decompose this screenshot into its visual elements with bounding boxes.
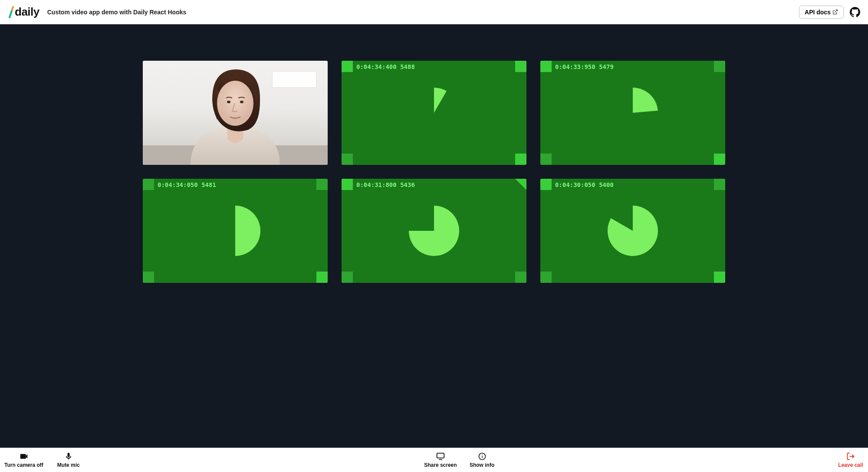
- corner-marker: [515, 272, 526, 283]
- leave-icon: [846, 452, 855, 461]
- clock-wedge: [408, 205, 460, 257]
- tray-center: Share screen Show info: [82, 452, 838, 468]
- video-timestamp: 0:04:34:400 5488: [356, 63, 415, 70]
- svg-point-2: [227, 101, 230, 103]
- github-icon: [850, 7, 860, 17]
- corner-marker: [342, 272, 353, 283]
- corner-marker: [143, 179, 154, 190]
- show-info-label: Show info: [470, 462, 494, 468]
- clock-wedge: [607, 205, 659, 257]
- video-icon: [19, 452, 29, 461]
- external-link-icon: [832, 9, 838, 15]
- corner-marker: [540, 179, 552, 190]
- corner-marker: [342, 179, 353, 190]
- video-stage: 0:04:34:400 5488 0:04:33:950 5479 0:04:3…: [0, 24, 868, 448]
- slash-icon: [8, 6, 15, 18]
- video-grid: 0:04:34:400 5488 0:04:33:950 5479 0:04:3…: [143, 24, 725, 448]
- corner-marker: [540, 154, 552, 165]
- clock-wedge: [209, 205, 261, 257]
- share-screen-button[interactable]: Share screen: [424, 452, 457, 468]
- corner-marker: [342, 154, 353, 165]
- app-header: daily Custom video app demo with Daily R…: [0, 0, 868, 24]
- api-docs-label: API docs: [805, 9, 831, 16]
- info-icon: [478, 452, 487, 461]
- github-link[interactable]: [850, 7, 860, 17]
- corner-marker: [714, 61, 725, 72]
- call-tray: Turn camera off Mute mic Share screen Sh…: [0, 448, 868, 472]
- corner-marker: [714, 272, 725, 283]
- brand-logo: daily: [8, 5, 39, 19]
- tray-left: Turn camera off Mute mic: [4, 452, 82, 468]
- clock-wedge: [607, 87, 659, 139]
- toggle-camera-label: Turn camera off: [4, 462, 43, 468]
- corner-marker: [714, 154, 725, 165]
- corner-marker: [540, 272, 552, 283]
- video-timestamp: 0:04:34:050 5481: [158, 181, 216, 188]
- leave-call-label: Leave call: [838, 462, 863, 468]
- tray-right: Leave call: [838, 452, 864, 468]
- corner-marker: [515, 154, 526, 165]
- corner-marker: [515, 61, 526, 72]
- corner-marker: [316, 272, 328, 283]
- local-video-tile[interactable]: [143, 61, 328, 165]
- svg-rect-4: [437, 453, 444, 458]
- participant-video-tile[interactable]: 0:04:34:050 5481: [143, 179, 328, 283]
- brand-name: daily: [15, 5, 39, 19]
- toggle-camera-button[interactable]: Turn camera off: [4, 452, 43, 468]
- participant-video-tile[interactable]: 0:04:31:800 5436: [342, 179, 526, 283]
- corner-marker: [316, 179, 328, 190]
- corner-marker: [540, 61, 552, 72]
- leave-call-button[interactable]: Leave call: [838, 452, 864, 468]
- video-timestamp: 0:04:31:800 5436: [356, 181, 415, 188]
- corner-marker: [143, 272, 154, 283]
- svg-point-1: [217, 81, 253, 126]
- svg-point-3: [240, 101, 243, 103]
- video-timestamp: 0:04:33:950 5479: [555, 63, 614, 70]
- toggle-mic-label: Mute mic: [57, 462, 80, 468]
- microphone-icon: [64, 452, 73, 461]
- clock-wedge: [408, 87, 460, 139]
- corner-marker: [515, 179, 526, 190]
- video-timestamp: 0:04:30:050 5400: [555, 181, 614, 188]
- api-docs-button[interactable]: API docs: [799, 6, 844, 19]
- wall-frame: [272, 71, 316, 88]
- participant-video-tile[interactable]: 0:04:34:400 5488: [342, 61, 526, 165]
- participant-video-tile[interactable]: 0:04:30:050 5400: [540, 179, 725, 283]
- share-screen-label: Share screen: [424, 462, 457, 468]
- svg-point-8: [482, 455, 483, 456]
- participant-video-tile[interactable]: 0:04:33:950 5479: [540, 61, 725, 165]
- show-info-button[interactable]: Show info: [469, 452, 495, 468]
- toggle-mic-button[interactable]: Mute mic: [56, 452, 82, 468]
- corner-marker: [714, 179, 725, 190]
- screen-share-icon: [436, 452, 445, 461]
- corner-marker: [342, 61, 353, 72]
- page-title: Custom video app demo with Daily React H…: [47, 9, 187, 16]
